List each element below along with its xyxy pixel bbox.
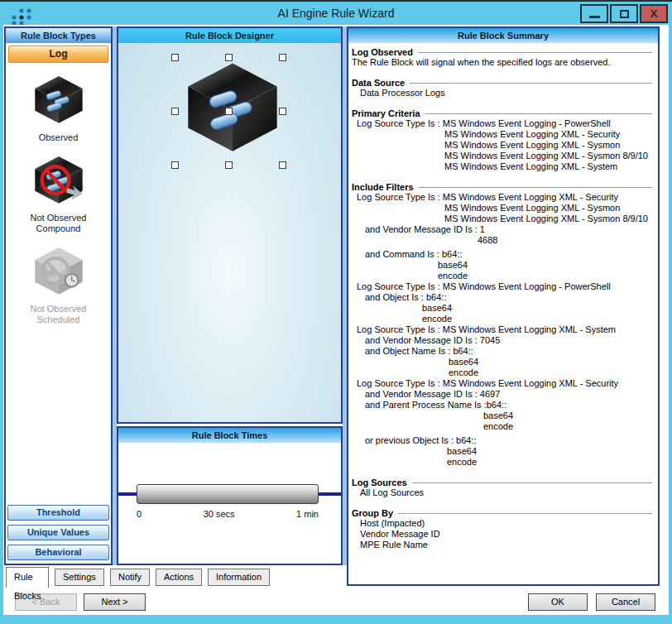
summary-line: Data Processor Logs xyxy=(352,88,654,98)
summary-section-group-by: Group ByHost (Impacted)Vendor Message ID… xyxy=(352,508,654,550)
summary-section-heading: Log Observed xyxy=(352,47,413,57)
rule-block-times-panel: Rule Block Times 030 secs1 min xyxy=(117,426,343,565)
rule-block-item-label: Not Observed Scheduled xyxy=(31,304,87,325)
summary-line: MS Windows Event Logging XML - Security xyxy=(352,129,654,140)
summary-line: base64 xyxy=(352,260,654,271)
section-rule xyxy=(410,83,652,84)
selection-handle[interactable] xyxy=(279,108,286,115)
rule-block-item-not-observed-scheduled: Not Observed Scheduled xyxy=(31,246,87,325)
tab-information[interactable]: Information xyxy=(208,569,270,586)
summary-line: encode xyxy=(352,457,654,468)
close-icon: X xyxy=(650,8,658,19)
summary-line: MS Windows Event Logging XML - Sysmon xyxy=(352,140,654,151)
rule-block-item-observed[interactable]: Observed xyxy=(31,74,86,143)
summary-line: base64 xyxy=(352,446,654,457)
threshold-type-button[interactable]: Threshold xyxy=(7,505,109,521)
minimize-icon xyxy=(589,16,600,18)
rule-block-designer-panel: Rule Block Designer xyxy=(117,26,343,424)
rule-block-times-header: Rule Block Times xyxy=(118,428,341,443)
not-observed-compound-icon xyxy=(31,155,86,208)
summary-line: and Command Is : b64:: xyxy=(352,249,654,260)
summary-line: 4688 xyxy=(352,235,654,246)
section-rule xyxy=(412,482,652,483)
summary-line: and Vendor Message ID Is : 1 xyxy=(352,224,654,235)
selection-handle[interactable] xyxy=(171,54,179,61)
selection-handle[interactable] xyxy=(279,161,286,169)
selection-handle[interactable] xyxy=(171,108,179,115)
summary-section-heading: Group By xyxy=(352,508,393,518)
summary-line: The Rule Block will signal when the spec… xyxy=(352,57,654,68)
tab-rule-blocks[interactable]: Rule Blocks xyxy=(6,567,49,588)
maximize-icon xyxy=(620,10,629,18)
summary-section-include-filters: Include FiltersLog Source Type Is : MS W… xyxy=(352,182,654,468)
rule-block-item-not-observed-compound[interactable]: Not Observed Compound xyxy=(31,155,87,234)
tab-settings[interactable]: Settings xyxy=(55,569,104,586)
summary-line: Log Source Type Is : MS Windows Event Lo… xyxy=(352,118,654,129)
close-button[interactable]: X xyxy=(640,4,668,23)
summary-line: MS Windows Event Logging XML - Sysmon xyxy=(352,203,654,214)
summary-section-heading: Log Sources xyxy=(352,478,407,487)
summary-line: and Object Name Is : b64:: xyxy=(352,346,654,357)
selection-handle[interactable] xyxy=(225,54,233,61)
selection-handle[interactable] xyxy=(171,161,179,169)
observed-cube-icon xyxy=(31,74,86,127)
cancel-button[interactable]: Cancel xyxy=(596,593,655,611)
summary-line: All Log Sources xyxy=(352,487,654,498)
summary-line: MPE Rule Name xyxy=(352,540,654,550)
time-tick-label: 1 min xyxy=(296,509,319,519)
not-observed-scheduled-icon xyxy=(31,246,86,299)
selection-handle[interactable] xyxy=(225,161,233,169)
summary-line: encode xyxy=(352,421,654,432)
times-canvas: 030 secs1 min xyxy=(118,443,341,564)
summary-line: base64 xyxy=(352,357,654,367)
summary-section-heading: Data Source xyxy=(352,78,405,88)
behavioral-type-button[interactable]: Behavioral xyxy=(7,545,109,560)
summary-section-primary-criteria: Primary CriteriaLog Source Type Is : MS … xyxy=(352,108,654,172)
time-tick-label: 30 secs xyxy=(204,509,235,519)
summary-line: Log Source Type Is : MS Windows Event Lo… xyxy=(352,192,654,203)
next-button[interactable]: Next > xyxy=(84,593,146,611)
section-rule xyxy=(419,187,652,188)
summary-line: encode xyxy=(352,271,654,281)
rule-block-types-header: Rule Block Types xyxy=(6,28,111,43)
rule-block-types-panel: Rule Block Types Log Observed xyxy=(4,26,113,565)
summary-section-data-source: Data SourceData Processor Logs xyxy=(352,78,654,98)
summary-line: and Parent Process Name Is :b64:: xyxy=(352,400,654,410)
maximize-button[interactable] xyxy=(610,4,638,23)
summary-line: and Vendor Message ID Is : 4697 xyxy=(352,389,654,400)
unique-values-type-button[interactable]: Unique Values xyxy=(7,525,109,540)
section-rule xyxy=(398,513,652,514)
summary-line: Host (Impacted) xyxy=(352,518,654,529)
tab-notify[interactable]: Notify xyxy=(110,569,150,586)
summary-line: MS Windows Event Logging XML - System xyxy=(352,161,654,172)
time-range-bar[interactable] xyxy=(137,484,319,504)
rule-block-item-label: Not Observed Compound xyxy=(31,213,87,234)
selection-handle[interactable] xyxy=(225,108,233,115)
summary-line: Log Source Type Is : MS Windows Event Lo… xyxy=(352,378,654,389)
summary-line: encode xyxy=(352,367,654,378)
ai-engine-rule-wizard-window: AI Engine Rule Wizard X Rule Block Types… xyxy=(0,0,672,624)
summary-line: or previous Object Is : b64:: xyxy=(352,435,654,446)
summary-line: base64 xyxy=(352,303,654,314)
rule-block-summary-panel: Rule Block Summary Log ObservedThe Rule … xyxy=(347,26,660,586)
time-tick-label: 0 xyxy=(137,509,142,519)
log-type-button[interactable]: Log xyxy=(8,46,108,63)
selection-handle[interactable] xyxy=(279,54,286,61)
ok-button[interactable]: OK xyxy=(528,593,588,611)
summary-line: and Object Is : b64:: xyxy=(352,292,654,303)
designer-canvas[interactable] xyxy=(118,43,341,422)
rule-block-summary-body: Log ObservedThe Rule Block will signal w… xyxy=(348,43,658,550)
rule-block-designer-header: Rule Block Designer xyxy=(118,28,341,43)
tab-actions[interactable]: Actions xyxy=(156,569,202,586)
section-rule xyxy=(418,52,652,53)
minimize-button[interactable] xyxy=(580,4,608,23)
window-title: AI Engine Rule Wizard xyxy=(0,7,672,20)
observed-rule-block-cube[interactable] xyxy=(182,58,283,156)
summary-line: and Vendor Message ID Is : 7045 xyxy=(352,335,654,346)
section-rule xyxy=(425,113,652,114)
summary-section-log-observed: Log ObservedThe Rule Block will signal w… xyxy=(352,47,654,68)
summary-section-heading: Include Filters xyxy=(352,182,414,192)
summary-section-heading: Primary Criteria xyxy=(352,108,420,118)
summary-line: base64 xyxy=(352,410,654,421)
rule-block-summary-header: Rule Block Summary xyxy=(348,28,658,43)
